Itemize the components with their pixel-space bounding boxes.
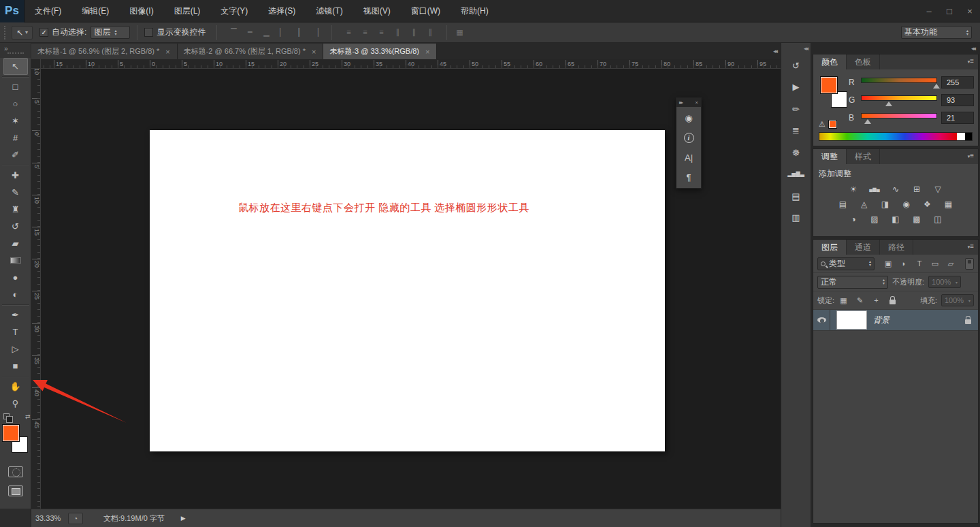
spectrum-black-swatch[interactable] xyxy=(965,133,972,140)
layer-row[interactable]: 背景 xyxy=(813,310,978,331)
quick-selection-tool[interactable]: ✶ xyxy=(3,112,28,129)
visibility-cell[interactable] xyxy=(813,310,830,330)
filter-adjustment-layers-icon[interactable]: ◗ xyxy=(898,259,909,269)
lock-transparency-icon[interactable]: ▦ xyxy=(838,296,849,305)
document-tab[interactable]: 未标题-2 @ 66.7% (图层 1, RGB/8) * × xyxy=(178,44,324,59)
histogram-panel-icon[interactable]: ▂▅▇▃ xyxy=(785,165,808,183)
channel-slider[interactable] xyxy=(861,78,937,83)
levels-icon[interactable]: ▄▆▄ xyxy=(868,184,881,194)
slider-thumb-icon[interactable] xyxy=(885,101,892,106)
distribute-horizontal-centers-icon[interactable]: ∥ xyxy=(408,28,419,37)
gradient-tool[interactable] xyxy=(3,252,28,269)
channel-value-field[interactable]: 255 xyxy=(941,76,974,89)
panel-tab[interactable]: 路径 xyxy=(880,240,913,255)
lock-position-icon[interactable]: + xyxy=(871,296,881,305)
canvas[interactable]: 鼠标放在这里右键点下会打开 隐藏的工具 选择椭圆形形状工具 xyxy=(150,130,665,451)
brush-panel-icon[interactable]: ✏ xyxy=(785,100,808,118)
show-transform-checkbox[interactable]: ✓ xyxy=(144,28,153,37)
vibrance-icon[interactable]: ▽ xyxy=(932,184,944,194)
panel-menu-icon[interactable]: ▾≡ xyxy=(968,152,974,159)
photo-filter-icon[interactable]: ◉ xyxy=(900,199,913,209)
lasso-tool[interactable]: ○ xyxy=(3,95,28,112)
swap-colors-icon[interactable]: ⇄ xyxy=(25,413,31,420)
brightness-contrast-icon[interactable]: ☀ xyxy=(847,184,860,194)
type-tool[interactable]: T xyxy=(3,323,28,340)
brush-presets-panel-icon[interactable]: ≣ xyxy=(785,121,808,140)
color-spectrum-bar[interactable] xyxy=(819,132,973,141)
lock-all-icon[interactable] xyxy=(887,296,898,305)
document-tab[interactable]: 未标题-1 @ 56.9% (图层 2, RGB/8) * × xyxy=(31,44,178,59)
tab-close-icon[interactable]: × xyxy=(425,48,430,56)
rectangle-tool[interactable]: ■ xyxy=(3,357,28,374)
filter-shape-layers-icon[interactable]: ▭ xyxy=(930,259,941,269)
close-icon[interactable]: × xyxy=(960,3,980,18)
panel-tab[interactable]: 图层 xyxy=(813,240,847,255)
distribute-bottom-edges-icon[interactable]: ≡ xyxy=(376,28,387,37)
curves-icon[interactable]: ∿ xyxy=(889,184,902,194)
status-icon[interactable]: ◔ xyxy=(68,513,83,524)
blur-tool[interactable]: ● xyxy=(3,269,28,286)
tab-close-icon[interactable]: × xyxy=(165,48,170,56)
spectrum-gradient[interactable] xyxy=(819,133,957,140)
history-brush-tool[interactable]: ↺ xyxy=(3,218,28,235)
paragraph-panel-icon[interactable]: ¶ xyxy=(679,169,698,185)
info-panel-icon[interactable]: i xyxy=(679,129,698,146)
collapse-panels-icon[interactable]: ◂◂ xyxy=(971,45,975,52)
panel-menu-icon[interactable]: ▾≡ xyxy=(968,242,974,250)
menu-item[interactable]: 文字(Y) xyxy=(210,0,258,22)
expand-tools-icon[interactable]: » xyxy=(4,45,7,52)
navigator-panel-icon[interactable]: ☸ xyxy=(785,144,808,162)
align-left-edges-icon[interactable]: ▏ xyxy=(277,28,288,37)
panel-tab[interactable]: 颜色 xyxy=(813,54,847,69)
filter-toggle-switch[interactable] xyxy=(965,258,974,270)
menu-item[interactable]: 文件(F) xyxy=(24,0,71,22)
collapse-strip-icon[interactable]: ◂◂ xyxy=(804,45,807,52)
panel-tab[interactable]: 通道 xyxy=(847,240,880,255)
left-ruler[interactable]: 105051015202530354045 xyxy=(31,69,41,509)
spot-healing-brush-tool[interactable]: ✚ xyxy=(3,167,28,184)
opacity-field[interactable]: 100% ▾ xyxy=(928,276,961,288)
properties-panel-icon[interactable]: ▥ xyxy=(785,208,808,227)
auto-select-checkbox[interactable]: ✓ xyxy=(39,28,48,37)
align-right-edges-icon[interactable]: ▕ xyxy=(310,28,321,37)
clone-stamp-tool[interactable]: ♜ xyxy=(3,201,28,218)
gamut-color-swatch[interactable] xyxy=(828,120,837,129)
maximize-icon[interactable]: □ xyxy=(939,3,960,18)
status-menu-arrow-icon[interactable]: ▶ xyxy=(181,515,186,522)
color-balance-icon[interactable]: ◬ xyxy=(858,199,870,209)
spectrum-white-swatch[interactable] xyxy=(957,133,965,140)
crop-tool[interactable]: # xyxy=(3,129,28,146)
menu-item[interactable]: 图层(L) xyxy=(164,0,211,22)
auto-align-layers-icon[interactable]: ▦ xyxy=(454,28,465,37)
blend-mode-dropdown[interactable]: 正常 ▴▾ xyxy=(817,276,888,289)
actions-panel-icon[interactable]: ▶ xyxy=(785,78,808,96)
default-colors-icon[interactable] xyxy=(3,413,10,419)
slider-thumb-icon[interactable] xyxy=(933,84,940,89)
minimize-icon[interactable]: – xyxy=(919,3,939,18)
dodge-tool[interactable]: ◐ xyxy=(3,286,28,303)
tools-gripper[interactable] xyxy=(7,52,24,54)
auto-select-target-dropdown[interactable]: 图层 ▴▾ xyxy=(91,26,130,39)
selective-color-icon[interactable]: ◫ xyxy=(932,214,944,224)
document-tab[interactable]: 未标题-3 @ 33.3%(RGB/8) × xyxy=(323,44,437,59)
menu-item[interactable]: 帮助(H) xyxy=(451,0,499,22)
lock-pixels-icon[interactable]: ✎ xyxy=(855,296,865,305)
top-ruler[interactable]: 1510505101520253035404550556065707580859… xyxy=(41,59,781,69)
gradient-map-icon[interactable]: ▩ xyxy=(911,214,923,224)
filter-smart-objects-icon[interactable]: ▱ xyxy=(945,259,956,269)
path-selection-tool[interactable]: ▷ xyxy=(3,340,28,357)
filter-pixel-layers-icon[interactable]: ▣ xyxy=(883,259,894,269)
panel-tab[interactable]: 色板 xyxy=(847,54,880,69)
align-vertical-centers-icon[interactable]: ━ xyxy=(244,28,255,37)
distribute-vertical-centers-icon[interactable]: ≡ xyxy=(359,28,370,37)
distribute-left-edges-icon[interactable]: ∥ xyxy=(392,28,403,37)
panel-tab[interactable]: 调整 xyxy=(813,149,847,164)
color-lookup-icon[interactable]: ▦ xyxy=(943,199,955,209)
align-bottom-edges-icon[interactable]: ▁ xyxy=(261,28,272,37)
zoom-level-field[interactable]: 33.33% xyxy=(35,514,68,522)
menu-item[interactable]: 编辑(E) xyxy=(71,0,119,22)
invert-icon[interactable]: ◑ xyxy=(847,214,860,224)
align-horizontal-centers-icon[interactable]: ┃ xyxy=(293,28,304,37)
rectangular-marquee-tool[interactable]: □ xyxy=(3,78,28,95)
options-gripper[interactable] xyxy=(4,26,7,39)
